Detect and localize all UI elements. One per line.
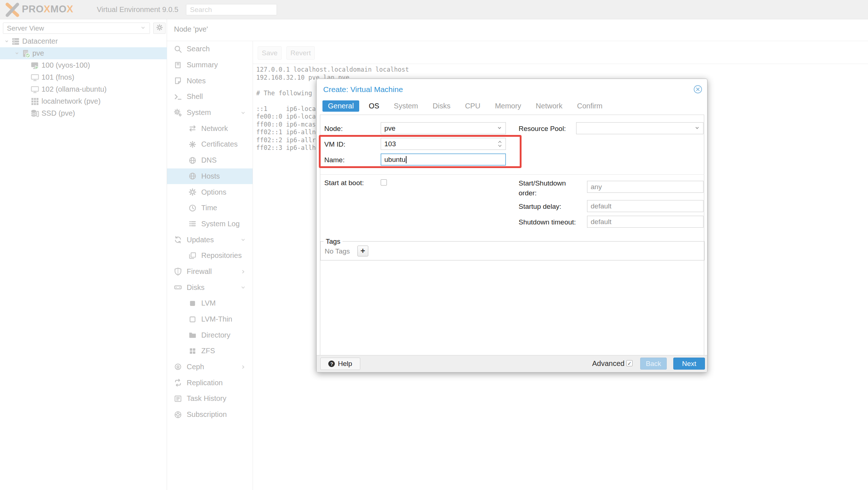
dialog-footer: ? Help Advanced ✓ Back Next [317, 355, 707, 372]
next-button[interactable]: Next [673, 358, 705, 370]
dialog-title: Create: Virtual Machine [323, 85, 403, 94]
advanced-label: Advanced [592, 359, 625, 368]
help-button[interactable]: ? Help [320, 358, 360, 370]
annotation-highlight-box [319, 135, 522, 168]
node-label: Node: [324, 125, 343, 133]
proxmox-app: PROXMOX Virtual Environment 9.0.5 Server… [0, 0, 868, 490]
tab-network: Network [536, 100, 562, 112]
start-at-boot-checkbox[interactable] [381, 179, 387, 186]
advanced-checkbox[interactable]: ✓ [626, 360, 633, 366]
order-input[interactable]: any [587, 181, 703, 193]
tab-system: System [394, 100, 418, 112]
shutdown-timeout-input[interactable]: default [587, 216, 703, 228]
tags-fieldset: Tags No Tags + [320, 241, 705, 260]
tab-cpu: CPU [465, 100, 480, 112]
dialog-tab-bar: General OS System Disks CPU Memory Netwo… [322, 100, 617, 112]
add-tag-button[interactable]: + [357, 246, 368, 256]
close-icon[interactable] [693, 85, 702, 94]
chevron-down-icon [497, 124, 502, 132]
tab-disks: Disks [433, 100, 451, 112]
shutdown-timeout-label: Shutdown timeout: [519, 218, 576, 226]
tab-general[interactable]: General [322, 100, 359, 112]
tab-memory: Memory [495, 100, 521, 112]
question-circle-icon: ? [328, 360, 335, 367]
startup-delay-input[interactable]: default [587, 200, 703, 212]
resource-pool-combo[interactable] [576, 122, 703, 134]
no-tags-text: No Tags [325, 242, 350, 261]
form-separator [320, 174, 704, 175]
back-button[interactable]: Back [640, 358, 667, 370]
startup-delay-label: Startup delay: [519, 203, 561, 211]
order-label: Start/Shutdown order: [519, 178, 580, 198]
chevron-down-icon [694, 124, 700, 132]
tab-confirm: Confirm [577, 100, 602, 112]
create-vm-dialog: Create: Virtual Machine General OS Syste… [316, 79, 708, 373]
resource-pool-label: Resource Pool: [519, 125, 566, 133]
tab-os[interactable]: OS [369, 100, 379, 112]
start-at-boot-label: Start at boot: [324, 179, 364, 187]
node-combo[interactable]: pve [381, 122, 506, 134]
